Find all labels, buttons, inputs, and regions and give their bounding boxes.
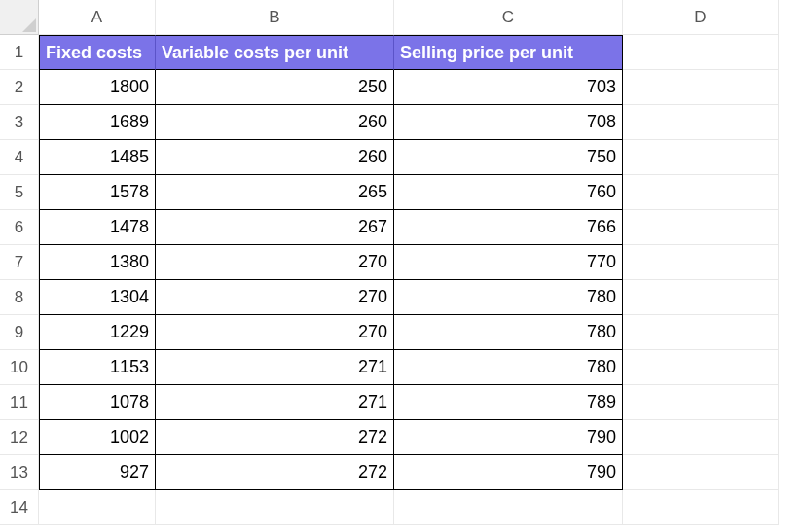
row-header-5[interactable]: 5 [0,175,39,210]
cell-b3[interactable]: 260 [156,105,394,140]
cell-c7[interactable]: 770 [394,245,623,280]
cell-a9[interactable]: 1229 [39,315,156,350]
cell-d7[interactable] [623,245,779,280]
cell-c10[interactable]: 780 [394,350,623,385]
row-header-1[interactable]: 1 [0,35,39,70]
cell-d8[interactable] [623,280,779,315]
cell-c9[interactable]: 780 [394,315,623,350]
column-header-d[interactable]: D [623,0,779,35]
column-header-c[interactable]: C [394,0,623,35]
cell-c6[interactable]: 766 [394,210,623,245]
cell-d9[interactable] [623,315,779,350]
cell-c13[interactable]: 790 [394,455,623,490]
cell-d4[interactable] [623,140,779,175]
cell-a11[interactable]: 1078 [39,385,156,420]
cell-c11[interactable]: 789 [394,385,623,420]
cell-a13[interactable]: 927 [39,455,156,490]
cell-a2[interactable]: 1800 [39,70,156,105]
cell-a1[interactable]: Fixed costs [39,35,156,70]
cell-b6[interactable]: 267 [156,210,394,245]
cell-d10[interactable] [623,350,779,385]
cell-b12[interactable]: 272 [156,420,394,455]
cell-b5[interactable]: 265 [156,175,394,210]
cell-a14[interactable] [39,490,156,525]
cell-a3[interactable]: 1689 [39,105,156,140]
cell-d1[interactable] [623,35,779,70]
cell-b10[interactable]: 271 [156,350,394,385]
cell-a8[interactable]: 1304 [39,280,156,315]
row-header-13[interactable]: 13 [0,455,39,490]
cell-b2[interactable]: 250 [156,70,394,105]
select-all-triangle-icon [22,18,36,32]
row-header-6[interactable]: 6 [0,210,39,245]
cell-d12[interactable] [623,420,779,455]
cell-b11[interactable]: 271 [156,385,394,420]
row-header-14[interactable]: 14 [0,490,39,525]
cell-b1[interactable]: Variable costs per unit [156,35,394,70]
row-header-7[interactable]: 7 [0,245,39,280]
cell-d5[interactable] [623,175,779,210]
cell-b7[interactable]: 270 [156,245,394,280]
cell-c8[interactable]: 780 [394,280,623,315]
cell-a5[interactable]: 1578 [39,175,156,210]
cell-a10[interactable]: 1153 [39,350,156,385]
cell-d11[interactable] [623,385,779,420]
cell-b13[interactable]: 272 [156,455,394,490]
row-header-10[interactable]: 10 [0,350,39,385]
cell-a4[interactable]: 1485 [39,140,156,175]
cell-a7[interactable]: 1380 [39,245,156,280]
cell-c1[interactable]: Selling price per unit [394,35,623,70]
row-header-12[interactable]: 12 [0,420,39,455]
row-header-9[interactable]: 9 [0,315,39,350]
cell-c4[interactable]: 750 [394,140,623,175]
column-header-a[interactable]: A [39,0,156,35]
row-header-8[interactable]: 8 [0,280,39,315]
cell-c12[interactable]: 790 [394,420,623,455]
cell-d2[interactable] [623,70,779,105]
cell-c2[interactable]: 703 [394,70,623,105]
select-all-corner[interactable] [0,0,39,35]
row-header-3[interactable]: 3 [0,105,39,140]
svg-marker-0 [22,18,36,32]
row-header-2[interactable]: 2 [0,70,39,105]
cell-b14[interactable] [156,490,394,525]
row-header-11[interactable]: 11 [0,385,39,420]
cell-d14[interactable] [623,490,779,525]
cell-c5[interactable]: 760 [394,175,623,210]
column-header-b[interactable]: B [156,0,394,35]
row-header-4[interactable]: 4 [0,140,39,175]
cell-c3[interactable]: 708 [394,105,623,140]
cell-a6[interactable]: 1478 [39,210,156,245]
cell-b8[interactable]: 270 [156,280,394,315]
cell-a12[interactable]: 1002 [39,420,156,455]
cell-b9[interactable]: 270 [156,315,394,350]
cell-d13[interactable] [623,455,779,490]
cell-d6[interactable] [623,210,779,245]
cell-c14[interactable] [394,490,623,525]
cell-d3[interactable] [623,105,779,140]
cell-b4[interactable]: 260 [156,140,394,175]
spreadsheet-grid[interactable]: A B C D 1 Fixed costs Variable costs per… [0,0,803,525]
